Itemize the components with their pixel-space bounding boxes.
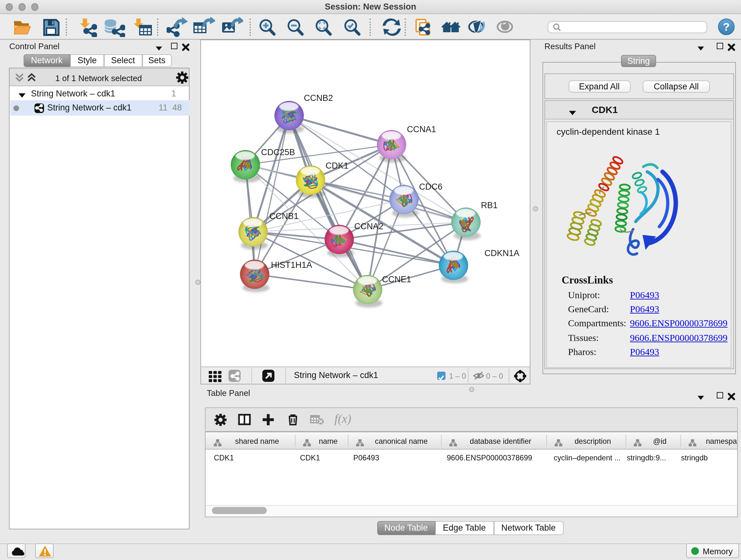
svg-text:CCNB2: CCNB2: [304, 93, 333, 103]
svg-text:CCNB1: CCNB1: [269, 211, 298, 221]
svg-text:CCNE1: CCNE1: [382, 274, 411, 284]
svg-text:CDKN1A: CDKN1A: [484, 248, 519, 258]
svg-text:CCNA1: CCNA1: [407, 125, 436, 134]
svg-text:CDC6: CDC6: [419, 182, 442, 192]
svg-text:CDC25B: CDC25B: [261, 147, 295, 157]
svg-text:CCNA2: CCNA2: [354, 222, 383, 231]
svg-text:RB1: RB1: [481, 200, 497, 210]
svg-text:HIST1H1A: HIST1H1A: [271, 260, 312, 270]
svg-text:CDK1: CDK1: [325, 161, 348, 171]
